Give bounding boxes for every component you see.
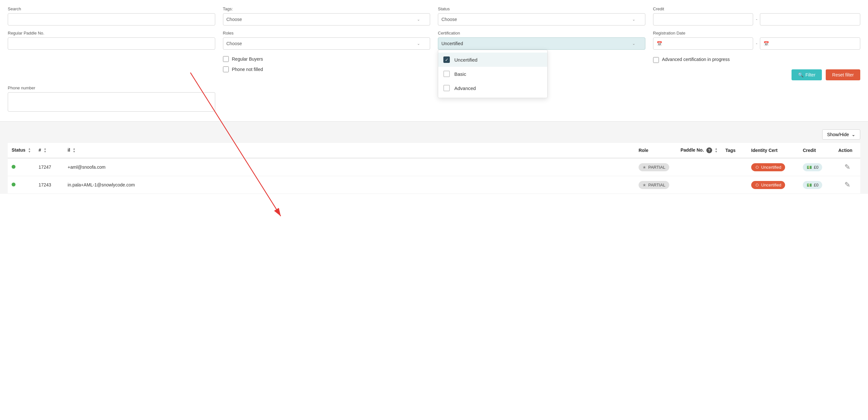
filter-btn-label: Filter bbox=[805, 72, 815, 77]
regular-buyers-checkbox-item[interactable]: Regular Buyers bbox=[223, 56, 430, 62]
row1-paddle bbox=[677, 158, 721, 176]
row1-role: ★ PARTIAL bbox=[635, 158, 677, 176]
date-to-btn[interactable]: 📅 bbox=[760, 37, 860, 50]
row2-action-icon[interactable]: ✎ bbox=[844, 181, 850, 189]
reset-filter-button[interactable]: Reset filter bbox=[826, 69, 860, 80]
row2-role-badge: ★ PARTIAL bbox=[639, 181, 669, 189]
phone-input[interactable] bbox=[8, 92, 215, 111]
status-select-value: Choose bbox=[441, 17, 457, 22]
paddle-input[interactable] bbox=[8, 37, 215, 50]
row1-cert-label: Uncertified bbox=[761, 165, 781, 170]
date-from-btn[interactable]: 📅 bbox=[653, 37, 753, 50]
row2-cert-label: Uncertified bbox=[761, 183, 781, 187]
col-cert-label: Identity Cert bbox=[751, 148, 778, 153]
cert-option-basic[interactable]: Basic bbox=[438, 67, 547, 81]
tags-group: Tags: Choose ⌄ bbox=[223, 6, 430, 26]
regular-buyers-checkbox[interactable] bbox=[223, 56, 229, 62]
cert-option-advanced-label: Advanced bbox=[454, 86, 476, 91]
row1-credit-value: £0 bbox=[814, 165, 818, 170]
status-active-dot bbox=[11, 183, 16, 187]
row1-num: 17247 bbox=[35, 158, 64, 176]
phone-label: Phone number bbox=[8, 86, 215, 90]
col-email-label: il bbox=[68, 148, 70, 153]
tags-select-btn[interactable]: Choose ⌄ bbox=[223, 13, 430, 26]
cert-option-uncertified-label: Uncertified bbox=[454, 57, 477, 63]
col-credit-label: Credit bbox=[803, 148, 816, 153]
row2-action[interactable]: ✎ bbox=[834, 176, 860, 194]
col-header-num[interactable]: # ▲▼ bbox=[35, 143, 64, 158]
date-dash: - bbox=[756, 41, 757, 46]
wallet-icon: 💵 bbox=[807, 165, 812, 170]
phone-not-filled-checkbox[interactable] bbox=[223, 66, 229, 72]
filter-actions: 🔍 Filter Reset filter bbox=[653, 69, 861, 80]
credit-min-input[interactable] bbox=[653, 13, 753, 26]
tags-chevron-icon: ⌄ bbox=[417, 17, 420, 22]
col-header-action: Action bbox=[834, 143, 860, 158]
roles-group: Roles Choose ⌄ Regular Buyers Phone not … bbox=[223, 31, 430, 80]
col-header-tags: Tags bbox=[721, 143, 747, 158]
col-header-cert: Identity Cert bbox=[747, 143, 799, 158]
col-header-paddle[interactable]: Paddle No. ? ▲▼ bbox=[677, 143, 721, 158]
certification-select-btn[interactable]: Uncertified ⌄ bbox=[438, 37, 645, 50]
star-icon: ★ bbox=[643, 183, 646, 187]
cert-option-advanced[interactable]: Advanced bbox=[438, 81, 547, 95]
table-toolbar: Show/Hide ⌄ bbox=[8, 126, 860, 143]
table-body: 17247 +aml@snoofa.com ★ PARTIAL ⏲ Uncert… bbox=[8, 158, 860, 194]
row1-status bbox=[8, 158, 35, 176]
paddle-label: Regular Paddle No. bbox=[8, 31, 215, 35]
paddle-sort-icon: ▲▼ bbox=[715, 148, 718, 153]
table-header-row: Status ▲▼ # ▲▼ il ▲▼ Role Paddle No. ? bbox=[8, 143, 860, 158]
show-hide-chevron-icon: ⌄ bbox=[851, 132, 856, 137]
col-header-email[interactable]: il ▲▼ bbox=[64, 143, 635, 158]
table-section: Show/Hide ⌄ Status ▲▼ # ▲▼ il ▲▼ Role bbox=[0, 122, 868, 194]
credit-label: Credit bbox=[653, 6, 861, 11]
col-paddle-label: Paddle No. bbox=[681, 148, 704, 153]
credit-max-input[interactable] bbox=[760, 13, 860, 26]
paddle-group: Regular Paddle No. bbox=[8, 31, 215, 80]
show-hide-button[interactable]: Show/Hide ⌄ bbox=[822, 129, 860, 140]
col-header-status[interactable]: Status ▲▼ bbox=[8, 143, 35, 158]
cert-option-uncertified[interactable]: ✓ Uncertified bbox=[438, 53, 547, 67]
row2-status bbox=[8, 176, 35, 194]
check-mark-icon: ✓ bbox=[445, 57, 448, 62]
tags-select-value: Choose bbox=[226, 17, 242, 22]
adv-cert-checkbox-item[interactable]: Advanced certification in progress bbox=[653, 57, 861, 63]
data-table: Status ▲▼ # ▲▼ il ▲▼ Role Paddle No. ? bbox=[8, 143, 860, 194]
row2-credit-value: £0 bbox=[814, 183, 818, 187]
col-role-label: Role bbox=[639, 148, 648, 153]
wallet-icon: 💵 bbox=[807, 183, 812, 187]
show-hide-label: Show/Hide bbox=[827, 132, 849, 137]
roles-select-btn[interactable]: Choose ⌄ bbox=[223, 37, 430, 50]
search-group: Search bbox=[8, 6, 215, 26]
row2-role-label: PARTIAL bbox=[648, 183, 665, 187]
row1-role-label: PARTIAL bbox=[648, 165, 665, 170]
row1-role-badge: ★ PARTIAL bbox=[639, 163, 669, 171]
reset-btn-label: Reset filter bbox=[832, 72, 854, 77]
search-label: Search bbox=[8, 6, 215, 11]
certification-group: Certification Uncertified ⌄ ✓ Uncertifie… bbox=[438, 31, 645, 80]
credit-group: Credit - bbox=[653, 6, 861, 26]
row1-cert: ⏲ Uncertified bbox=[747, 158, 799, 176]
clock-icon: ⏲ bbox=[755, 183, 759, 187]
row2-credit: 💵 £0 bbox=[799, 176, 834, 194]
row1-cert-badge: ⏲ Uncertified bbox=[751, 163, 785, 171]
certification-label: Certification bbox=[438, 31, 645, 35]
adv-cert-checkbox[interactable] bbox=[653, 57, 659, 63]
num-sort-icon: ▲▼ bbox=[43, 148, 46, 153]
row1-action-icon[interactable]: ✎ bbox=[844, 163, 850, 171]
certification-select: Uncertified ⌄ ✓ Uncertified Basic bbox=[438, 37, 645, 50]
row1-action[interactable]: ✎ bbox=[834, 158, 860, 176]
roles-label: Roles bbox=[223, 31, 430, 35]
search-input[interactable] bbox=[8, 13, 215, 26]
row2-num: 17243 bbox=[35, 176, 64, 194]
row2-role: ★ PARTIAL bbox=[635, 176, 677, 194]
calendar-from-icon: 📅 bbox=[657, 41, 662, 46]
status-select-btn[interactable]: Choose ⌄ bbox=[438, 13, 645, 26]
phone-not-filled-checkbox-item[interactable]: Phone not filled bbox=[223, 66, 430, 72]
calendar-to-icon: 📅 bbox=[764, 41, 769, 46]
status-group: Status Choose ⌄ bbox=[438, 6, 645, 26]
cert-checkbox-uncertified: ✓ bbox=[443, 57, 450, 63]
status-label: Status bbox=[438, 6, 645, 11]
filter-grid: Search Tags: Choose ⌄ Status Choose ⌄ bbox=[8, 6, 860, 111]
filter-button[interactable]: 🔍 Filter bbox=[792, 69, 822, 80]
